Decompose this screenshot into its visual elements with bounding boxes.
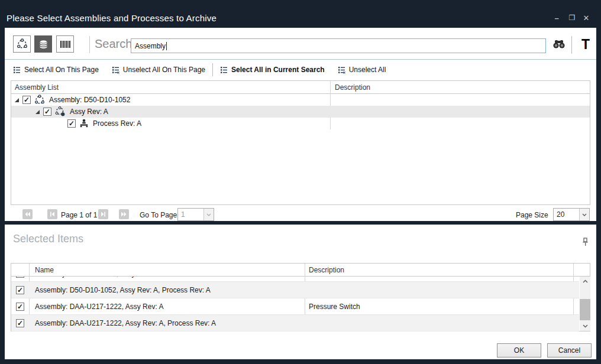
selected-row[interactable]: Assembly: DAA-U217-1222, Assy Rev: A, Pr… xyxy=(11,315,579,332)
name-column-header[interactable]: Name xyxy=(35,266,54,274)
selected-items-panel: Selected Items Name Description Assembl xyxy=(5,225,596,359)
binoculars-icon xyxy=(552,40,566,49)
row-name: Assembly: DAA-U217-1222, Assy Rev: A xyxy=(35,303,163,311)
assembly-list-table: Assembly List Description Assembly xyxy=(11,80,590,205)
select-list-icon xyxy=(13,66,21,74)
assembly-view-button[interactable] xyxy=(13,35,31,53)
tree-row-process-rev[interactable]: Process Rev: A xyxy=(11,118,590,129)
row-checkbox[interactable] xyxy=(16,303,24,311)
window-title: Please Select Assemblies and Processes t… xyxy=(7,13,217,23)
close-button[interactable]: ✕ xyxy=(580,13,593,24)
chevron-down-icon[interactable] xyxy=(203,209,214,220)
tree-checkbox[interactable] xyxy=(67,119,76,128)
page-size-value: 20 xyxy=(554,209,579,220)
find-button[interactable] xyxy=(552,40,566,49)
goto-page-label: Go To Page xyxy=(140,211,177,219)
assembly-list-column-header[interactable]: Assembly List xyxy=(15,83,59,92)
database-icon xyxy=(38,39,49,50)
search-label: Search xyxy=(95,37,132,51)
page-indicator: Page 1 of 1 xyxy=(61,211,97,219)
selected-items-body: Assembly: D50-D10-1052, Assy Rev: A Asse… xyxy=(11,277,579,332)
tree-checkbox[interactable] xyxy=(43,108,51,116)
process-icon xyxy=(79,119,89,128)
select-all-in-search-label: Select All in Current Search xyxy=(231,66,325,74)
scroll-down-button[interactable] xyxy=(580,321,590,331)
selected-row[interactable]: Assembly: DAA-U217-1222, Assy Rev: A Pre… xyxy=(11,298,579,315)
title-bar: Please Select Assemblies and Processes t… xyxy=(0,0,601,28)
description-column-header[interactable]: Description xyxy=(335,83,370,92)
search-results-panel: Search Assembly T xyxy=(5,28,596,221)
vertical-scrollbar[interactable] xyxy=(580,277,590,331)
toolbar-divider xyxy=(5,59,596,60)
row-description: Pressure Switch xyxy=(309,303,360,311)
assembly-icon xyxy=(34,95,45,105)
next-page-button[interactable] xyxy=(98,209,108,219)
maximize-button[interactable]: ❐ xyxy=(566,13,579,24)
search-input[interactable]: Assembly xyxy=(131,38,546,53)
clipped-row-viewport: Assembly: D50-D10-1052, Assy Rev: A xyxy=(11,277,579,282)
toolbar-separator-2 xyxy=(571,36,572,54)
tree-row-assembly[interactable]: Assembly: D50-D10-1052 xyxy=(11,94,590,106)
expander-icon[interactable] xyxy=(15,98,19,102)
assembly-list-header-row: Assembly List Description xyxy=(11,81,590,94)
selected-row[interactable]: Assembly: D50-D10-1052, Assy Rev: A xyxy=(11,277,579,282)
dialog-window: Please Select Assemblies and Processes t… xyxy=(0,0,601,364)
toolbar-separator xyxy=(89,36,90,53)
links-separator xyxy=(212,63,213,76)
first-page-button[interactable] xyxy=(22,209,33,219)
unselect-list-icon xyxy=(338,66,345,74)
goto-page-combobox[interactable]: 1 xyxy=(177,208,214,221)
previous-page-icon xyxy=(50,212,55,217)
select-list-icon xyxy=(220,66,228,74)
pagination-bar: Page 1 of 1 Go To Page 1 Page Size 2 xyxy=(5,208,596,221)
scrollbar-thumb[interactable] xyxy=(580,299,590,320)
assembly-rev-icon xyxy=(55,106,66,117)
selection-actions-row: Select All On This Page Unselect All On … xyxy=(5,61,596,78)
chevron-down-icon[interactable] xyxy=(579,209,589,220)
select-all-on-page-link[interactable]: Select All On This Page xyxy=(13,66,99,74)
tree-row-assy-rev[interactable]: Assy Rev: A xyxy=(11,106,590,118)
database-view-button[interactable] xyxy=(34,35,52,53)
last-page-button[interactable] xyxy=(119,209,129,219)
next-page-icon xyxy=(101,212,106,217)
text-caret xyxy=(166,42,167,50)
tree-item-label: Process Rev: A xyxy=(93,119,141,128)
cancel-button[interactable]: Cancel xyxy=(547,343,592,358)
description-column-header[interactable]: Description xyxy=(309,266,344,274)
selected-row[interactable]: Assembly: D50-D10-1052, Assy Rev: A, Pro… xyxy=(11,282,579,298)
page-size-label: Page Size xyxy=(516,211,548,219)
ok-button[interactable]: OK xyxy=(497,343,541,358)
scroll-up-button[interactable] xyxy=(580,277,590,286)
expander-icon[interactable] xyxy=(35,110,40,114)
barcode-icon xyxy=(60,40,71,48)
unselect-all-link[interactable]: Unselect All xyxy=(338,66,386,74)
previous-page-button[interactable] xyxy=(47,209,57,219)
tree-item-label: Assembly: D50-D10-1052 xyxy=(49,96,130,104)
row-checkbox[interactable] xyxy=(16,277,24,278)
text-filter-button[interactable]: T xyxy=(578,36,593,53)
tree-item-label: Assy Rev: A xyxy=(70,108,108,116)
selected-items-header-row: Name Description xyxy=(11,264,590,277)
row-checkbox[interactable] xyxy=(16,319,24,327)
unselect-all-on-page-label: Unselect All On This Page xyxy=(123,66,205,74)
barcode-view-button[interactable] xyxy=(56,35,74,53)
assembly-icon xyxy=(17,38,28,50)
chevron-up-icon xyxy=(583,280,588,283)
chevron-down-icon xyxy=(583,324,588,328)
selected-items-table: Name Description Assembly: D50-D10-1052,… xyxy=(11,263,590,332)
select-all-in-search-link[interactable]: Select All in Current Search xyxy=(220,66,325,74)
unselect-list-icon xyxy=(112,66,119,74)
tree-checkbox[interactable] xyxy=(22,96,31,104)
row-name: Assembly: DAA-U217-1222, Assy Rev: A, Pr… xyxy=(35,319,216,327)
row-checkbox[interactable] xyxy=(16,286,24,294)
first-page-icon xyxy=(24,212,31,217)
unselect-all-label: Unselect All xyxy=(349,66,386,74)
select-all-on-page-label: Select All On This Page xyxy=(24,66,99,74)
unselect-all-on-page-link[interactable]: Unselect All On This Page xyxy=(112,66,205,74)
page-size-combobox[interactable]: 20 xyxy=(553,208,590,221)
pin-icon[interactable] xyxy=(582,238,589,246)
row-name: Assembly: D50-D10-1052, Assy Rev: A xyxy=(35,277,158,278)
row-name: Assembly: D50-D10-1052, Assy Rev: A, Pro… xyxy=(35,286,211,294)
selected-items-title: Selected Items xyxy=(13,233,83,245)
minimize-button[interactable]: – xyxy=(550,13,563,24)
